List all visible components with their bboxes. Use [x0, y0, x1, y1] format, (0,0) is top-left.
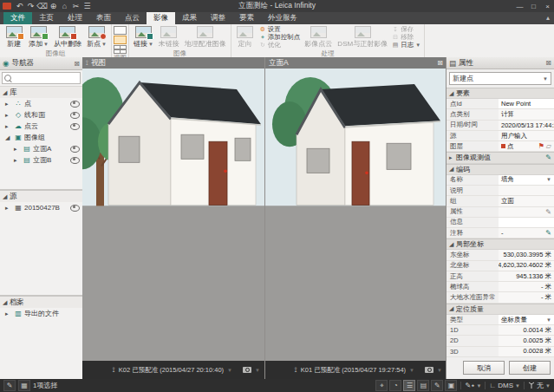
nav-item-point-clouds[interactable]: ▸ ☁ 点云	[0, 121, 82, 132]
target-icon[interactable]: ⌖	[375, 380, 388, 391]
undo-icon[interactable]: ↶	[14, 1, 25, 11]
chevron-down-icon[interactable]: ▼	[515, 383, 520, 389]
maximize-button[interactable]: □	[527, 1, 540, 11]
tab-features[interactable]: 要素	[232, 12, 261, 24]
georeference-image-button[interactable]: 地理配准图像	[182, 25, 229, 49]
close-button[interactable]: ×	[541, 1, 554, 11]
minimize-button[interactable]: —	[513, 1, 526, 11]
info-input[interactable]	[499, 218, 554, 227]
view-single-icon[interactable]	[114, 26, 127, 35]
optimize-button[interactable]: ↻优化	[259, 42, 301, 49]
nav-item-lines-areas[interactable]: ▸ ◇ 线和面	[0, 109, 82, 121]
create-button[interactable]: 创建	[509, 361, 551, 375]
tab-home[interactable]: 主页	[32, 12, 61, 24]
expand-icon[interactable]: ◢	[5, 134, 12, 141]
visibility-eye-icon[interactable]	[70, 146, 80, 153]
edit-pencil-icon[interactable]: ✎	[545, 229, 551, 237]
chevron-down-icon[interactable]: ▼	[255, 368, 260, 373]
home-icon[interactable]: ⌂	[59, 1, 70, 11]
snap-settings-icon[interactable]: ✎٭	[465, 382, 474, 389]
report-icon[interactable]: ☰	[81, 1, 93, 11]
cut-icon[interactable]: ✂	[70, 1, 81, 11]
tab-services[interactable]: 外业服务	[261, 12, 304, 24]
nav-section-archive-header[interactable]: ◢ 档案	[0, 297, 82, 308]
pin-icon[interactable]: ⊠	[74, 60, 80, 68]
expand-icon[interactable]: ▸	[14, 157, 21, 164]
section-position-quality[interactable]: ◢ 定位质量	[446, 304, 554, 315]
view-split-icon[interactable]	[114, 36, 127, 44]
close-pane-icon[interactable]: ⊠	[437, 59, 443, 67]
nav-item-elevation-b[interactable]: ▸ ▤ 立面B	[0, 154, 82, 166]
tab-deliverables[interactable]: 成果	[175, 12, 204, 24]
chevron-down-icon[interactable]: ▼	[409, 368, 414, 373]
tab-adjustments[interactable]: 调整	[204, 12, 232, 24]
chevron-down-icon[interactable]: ▼	[477, 383, 482, 389]
list-view-icon[interactable]: ☰	[403, 380, 415, 391]
chevron-down-icon[interactable]: ▼	[227, 368, 232, 373]
camera-icon[interactable]	[425, 367, 433, 373]
add-control-points-button[interactable]: ⌖添加控制点	[259, 34, 301, 41]
tab-surfaces[interactable]: 表面	[89, 12, 118, 24]
visibility-eye-icon[interactable]	[70, 112, 80, 119]
nav-item-source-job[interactable]: ▸ ▦ 20150427B	[0, 202, 82, 213]
section-coding[interactable]: ◢ 编码	[446, 164, 554, 175]
point-id-input[interactable]: New Point	[499, 99, 554, 108]
log-button[interactable]: ▤日志▼	[392, 42, 420, 49]
section-summary[interactable]: ◢ 要素	[446, 88, 554, 99]
quality-type-select[interactable]: 坐标质量 ▼	[499, 315, 554, 324]
nav-item-image-groups[interactable]: ◢ ▣ 图像组	[0, 132, 82, 143]
history-icon[interactable]: ◔	[389, 380, 401, 391]
cancel-button[interactable]: 取消	[463, 361, 505, 375]
expand-icon[interactable]: ▸	[5, 123, 12, 130]
entity-type-selector[interactable]: 新建点 ▼	[449, 72, 551, 85]
edit-pencil-icon[interactable]: ✎	[545, 154, 554, 161]
visibility-eye-icon[interactable]	[70, 205, 80, 212]
nav-item-elevation-a[interactable]: ▸ ▤ 立面A	[0, 143, 82, 154]
tab-imaging[interactable]: 影像	[147, 12, 175, 24]
tab-pointclouds[interactable]: 点云	[118, 12, 147, 24]
search-input[interactable]	[11, 74, 78, 83]
camera-icon[interactable]	[243, 367, 251, 373]
add-images-button[interactable]: 添加▼	[26, 25, 51, 49]
layout-icon[interactable]: ▤	[417, 380, 429, 391]
chevron-down-icon[interactable]: ▼	[545, 383, 551, 389]
chevron-down-icon[interactable]: ▼	[437, 368, 442, 373]
delete-icon[interactable]: ⌫	[36, 1, 48, 11]
connection-status[interactable]: 无	[537, 381, 544, 390]
view-grid-icon[interactable]	[114, 45, 127, 54]
dsm-ortho-button[interactable]: DSM与正射影像	[335, 25, 390, 49]
save-button[interactable]: ↧保存	[392, 26, 420, 33]
add-icon[interactable]: ⊕	[48, 1, 59, 11]
selection-mode-icon[interactable]: ▦	[18, 380, 30, 391]
edit-pencil-icon[interactable]: ✎	[545, 208, 551, 216]
tab-processing[interactable]: 处理	[61, 12, 89, 24]
pin-marker-icon[interactable]: ⚑	[538, 142, 544, 150]
nav-item-points[interactable]: ▸ ∴ 点	[0, 98, 82, 109]
visibility-eye-icon[interactable]	[70, 157, 80, 164]
remove-button[interactable]: ⊟移除	[392, 34, 420, 41]
viewport-view-header[interactable]: ⟟ 视图	[82, 57, 264, 69]
visibility-eye-icon[interactable]	[70, 123, 80, 130]
code-name-select[interactable]: 墙角 ▼	[499, 175, 554, 185]
viewport-elevation-a-canvas[interactable]	[265, 69, 446, 361]
new-point-button[interactable]: 新点▼	[84, 25, 109, 49]
nav-section-library-header[interactable]: ◢ 库	[0, 87, 82, 98]
section-image-observations[interactable]: ▸ 图像观测值 ✎	[446, 152, 554, 163]
pin-icon[interactable]: ⊠	[545, 59, 551, 67]
edit-mode-icon[interactable]: ✎	[3, 380, 16, 391]
angle-format[interactable]: DMS	[498, 382, 513, 389]
orient-button[interactable]: 定向	[233, 25, 257, 49]
nav-item-exported-files[interactable]: ▸ ▥ 导出的文件	[0, 308, 82, 319]
image-point-cloud-button[interactable]: 影像点云	[302, 25, 335, 49]
folder-icon[interactable]: ▣	[445, 380, 457, 391]
expand-icon[interactable]: ▸	[14, 146, 21, 153]
tab-file[interactable]: 文件	[3, 12, 32, 24]
ribbon-collapse-icon[interactable]: ▴	[546, 14, 550, 22]
expand-icon[interactable]: ▸	[5, 310, 12, 317]
expand-icon[interactable]: ▸	[5, 101, 12, 108]
visibility-eye-icon[interactable]	[70, 101, 80, 108]
expand-icon[interactable]: ▸	[5, 205, 12, 212]
new-image-group-button[interactable]: 新建	[2, 25, 26, 49]
nav-section-source-header[interactable]: ◢ 源	[0, 191, 82, 202]
expand-icon[interactable]: ▸	[5, 112, 12, 119]
